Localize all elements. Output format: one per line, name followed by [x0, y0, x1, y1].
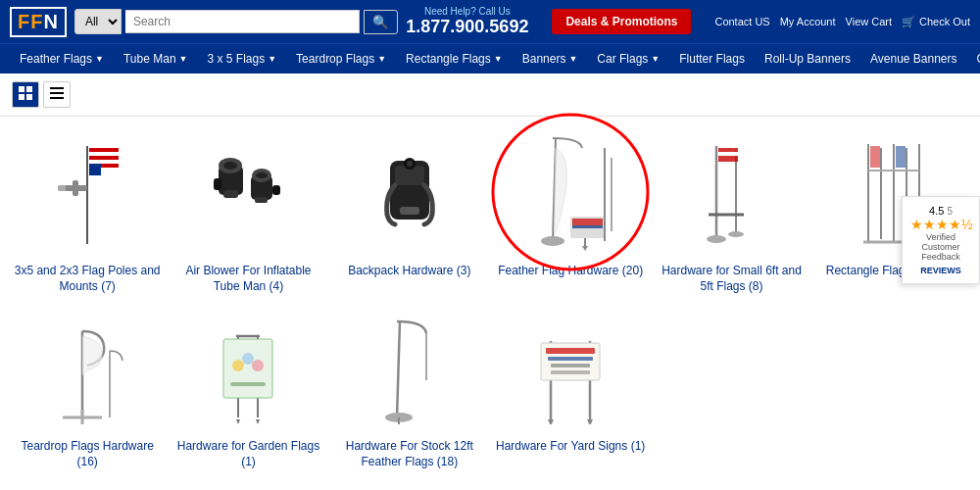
nav-feather-flags[interactable]: Feather Flags ▼ — [10, 44, 114, 74]
product-title: Hardware For Stock 12ft Feather Flags (1… — [334, 439, 485, 469]
product-image-wrapper — [334, 128, 485, 256]
deals-button[interactable]: Deals & Promotions — [552, 9, 691, 34]
product-title: Teardrop Flags Hardware (16) — [12, 439, 163, 469]
product-image-wrapper — [495, 128, 646, 256]
svg-point-67 — [242, 353, 254, 365]
product-item[interactable]: Air Blower For Inflatable Tube Man (4) — [172, 128, 323, 294]
product-grid: 3x5 and 2x3 Flag Poles and Mounts (7) Ai… — [0, 117, 980, 481]
contact-us-link[interactable]: Contact US — [714, 16, 769, 28]
product-item[interactable]: Hardware for Small 6ft and 5ft Flags (8) — [656, 128, 807, 294]
cart-icon: 🛒 — [902, 16, 915, 28]
nav-banners[interactable]: Banners ▼ — [513, 44, 588, 74]
product-image — [366, 136, 454, 249]
product-item[interactable]: 3x5 and 2x3 Flag Poles and Mounts (7) — [12, 128, 163, 294]
grid-view-button[interactable] — [12, 81, 39, 108]
product-image — [43, 136, 131, 249]
svg-line-31 — [553, 138, 556, 241]
svg-rect-6 — [50, 97, 64, 99]
nav-tube-man[interactable]: Tube Man ▼ — [114, 44, 198, 74]
product-image — [204, 136, 292, 249]
star-rating: ★★★★½ — [910, 217, 971, 232]
search-bar: All 🔍 — [74, 9, 398, 34]
product-item[interactable]: Hardware for Garden Flags (1) — [172, 304, 323, 469]
product-item-featured[interactable]: Feather Flag Hardware (20) — [495, 128, 646, 294]
svg-point-45 — [728, 231, 744, 237]
rating-widget: 4.5 5 ★★★★½ Verified Customer Feedback R… — [902, 196, 980, 284]
svg-rect-35 — [572, 225, 603, 228]
nav-bar: Feather Flags ▼ Tube Man ▼ 3 x 5 Flags ▼… — [0, 43, 980, 74]
logo[interactable]: FFN — [10, 7, 67, 37]
svg-rect-82 — [548, 357, 593, 361]
svg-marker-70 — [256, 419, 260, 424]
nav-rectangle-flags[interactable]: Rectangle Flags ▼ — [396, 44, 513, 74]
svg-point-22 — [256, 172, 268, 178]
search-category-select[interactable]: All — [74, 9, 122, 34]
svg-rect-24 — [214, 178, 221, 190]
product-title: Hardware for Small 6ft and 5ft Flags (8) — [656, 264, 807, 294]
nav-flutter-flags[interactable]: Flutter Flags — [669, 44, 755, 74]
product-image — [204, 312, 292, 424]
svg-point-44 — [707, 235, 726, 243]
svg-point-30 — [407, 161, 413, 167]
product-image — [366, 312, 454, 424]
phone-number: 1.877.900.5692 — [406, 17, 528, 37]
svg-rect-28 — [400, 207, 419, 215]
product-image-wrapper — [334, 304, 485, 431]
product-image — [43, 312, 131, 424]
nav-avenue-banners[interactable]: Avenue Banners — [860, 44, 967, 74]
chevron-down-icon: ▼ — [651, 54, 660, 64]
svg-marker-69 — [236, 419, 240, 424]
search-button[interactable]: 🔍 — [364, 10, 398, 34]
reviews-brand: REVIEWS — [910, 266, 971, 275]
product-title: Hardware For Yard Signs (1) — [495, 439, 646, 455]
contact-info: Need Help? Call Us 1.877.900.5692 — [406, 6, 528, 37]
chevron-down-icon: ▼ — [179, 54, 188, 64]
svg-rect-3 — [26, 94, 32, 100]
svg-marker-86 — [587, 419, 593, 424]
checkout-link[interactable]: 🛒 Check Out — [902, 16, 970, 28]
svg-rect-0 — [19, 86, 24, 92]
chevron-down-icon: ▼ — [377, 54, 386, 64]
nav-rollup-banners[interactable]: Roll-Up Banners — [755, 44, 860, 74]
my-account-link[interactable]: My Account — [780, 16, 836, 28]
svg-rect-23 — [255, 197, 268, 203]
svg-point-65 — [232, 360, 244, 371]
nav-garden-flags[interactable]: Garden Flags — [967, 44, 980, 74]
product-title: Hardware for Garden Flags (1) — [172, 439, 323, 469]
svg-rect-25 — [272, 185, 280, 195]
product-item[interactable]: Hardware For Stock 12ft Feather Flags (1… — [334, 304, 485, 469]
product-image-wrapper — [656, 128, 807, 256]
svg-point-66 — [252, 360, 264, 371]
svg-rect-14 — [73, 180, 78, 196]
nav-car-flags[interactable]: Car Flags ▼ — [587, 44, 669, 74]
rating-label: Verified Customer Feedback — [910, 232, 971, 262]
top-links: Contact US My Account View Cart 🛒 Check … — [714, 16, 970, 28]
need-help-text: Need Help? Call Us — [406, 6, 528, 17]
product-image-wrapper — [172, 304, 323, 431]
search-input[interactable] — [125, 10, 360, 33]
view-cart-link[interactable]: View Cart — [846, 16, 892, 28]
list-icon — [50, 86, 64, 100]
svg-rect-43 — [718, 152, 738, 156]
product-title: Air Blower For Inflatable Tube Man (4) — [172, 264, 323, 294]
chevron-down-icon: ▼ — [494, 54, 503, 64]
chevron-down-icon: ▼ — [95, 54, 104, 64]
product-item[interactable]: Teardrop Flags Hardware (16) — [12, 304, 163, 469]
product-item[interactable]: Backpack Hardware (3) — [334, 128, 485, 294]
svg-rect-2 — [19, 94, 24, 100]
grid-icon — [19, 86, 32, 100]
svg-rect-11 — [89, 160, 119, 164]
nav-3x5-flags[interactable]: 3 x 5 Flags ▼ — [197, 44, 286, 74]
nav-teardrop-flags[interactable]: Teardrop Flags ▼ — [286, 44, 396, 74]
chevron-down-icon: ▼ — [568, 54, 577, 64]
product-item[interactable]: Hardware For Yard Signs (1) — [495, 304, 646, 469]
list-view-button[interactable] — [43, 81, 71, 108]
rating-score: 4.5 5 — [910, 205, 971, 217]
view-toggle — [12, 81, 71, 108]
svg-rect-84 — [551, 370, 590, 374]
product-image-wrapper — [12, 304, 163, 431]
product-image — [512, 133, 629, 251]
chevron-down-icon: ▼ — [268, 54, 276, 64]
svg-rect-15 — [58, 185, 66, 191]
svg-point-32 — [541, 236, 564, 246]
